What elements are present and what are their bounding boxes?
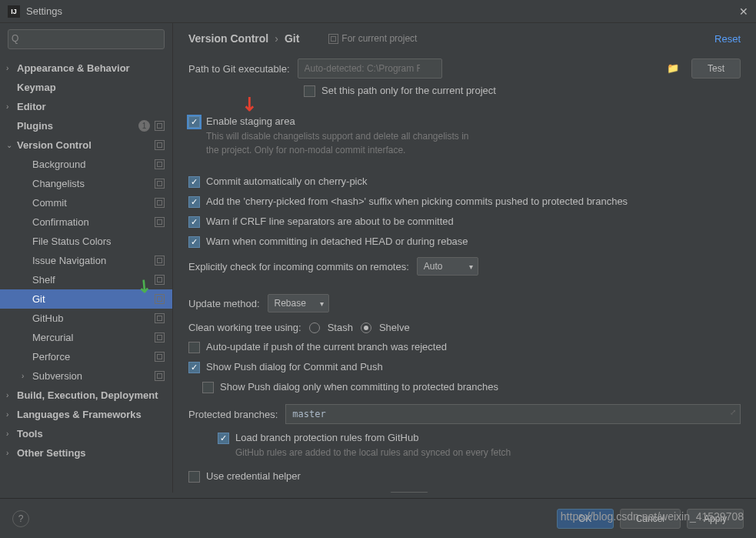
sidebar-item-build-execution-deployment[interactable]: ›Build, Execution, Deployment [0,386,172,405]
set-path-proj-checkbox[interactable] [304,85,315,97]
sidebar-item-label: Version Control [17,139,155,151]
cancel-button[interactable]: Cancel [620,509,681,529]
enable-staging-checkbox[interactable] [188,116,200,128]
project-icon [155,198,165,208]
project-icon [155,179,165,189]
sidebar-item-label: Shelf [32,274,155,286]
sidebar-item-version-control[interactable]: ⌄Version Control [0,135,172,155]
project-icon [155,256,165,266]
auto-cherry-checkbox[interactable] [188,176,200,188]
cred-helper-checkbox[interactable] [188,471,200,483]
sidebar-item-languages-frameworks[interactable]: ›Languages & Frameworks [0,405,172,424]
show-push-label: Show Push dialog for Commit and Push [206,361,383,373]
warn-crlf-label: Warn if CRLF line separators are about t… [206,216,454,227]
sidebar-item-tools[interactable]: ›Tools [0,424,172,443]
sidebar-item-plugins[interactable]: Plugins1 [0,116,172,135]
sidebar-item-label: Mercurial [32,332,155,343]
clean-tree-label: Clean working tree using: [188,322,301,333]
sidebar-item-mercurial[interactable]: Mercurial [0,328,172,347]
chevron-icon: › [6,449,17,457]
sidebar-item-label: Confirmation [32,216,155,228]
update-method-select[interactable]: Rebase [268,294,329,312]
sidebar-item-other-settings[interactable]: ›Other Settings [0,443,172,463]
close-icon[interactable]: ✕ [739,5,748,18]
chevron-icon: › [6,429,17,438]
set-path-proj-label: Set this path only for the current proje… [321,85,496,96]
shelve-label: Shelve [379,322,410,333]
apply-button[interactable]: Apply [687,509,744,529]
project-icon [155,294,165,304]
sidebar-item-label: Appearance & Behavior [17,62,165,74]
project-icon [155,313,165,323]
reset-link[interactable]: Reset [714,33,741,45]
sidebar-item-background[interactable]: Background [0,155,172,174]
sidebar-item-perforce[interactable]: Perforce [0,347,172,366]
help-button[interactable]: ? [12,510,29,527]
github-hint: GitHub rules are added to the local rule… [235,446,511,459]
stash-label: Stash [328,322,353,333]
sidebar-item-changelists[interactable]: Changelists [0,174,172,193]
load-github-label: Load branch protection rules from GitHub [235,432,418,443]
sidebar-item-label: Keymap [17,82,165,93]
sidebar-item-commit[interactable]: Commit [0,193,172,212]
git-path-input[interactable] [298,58,442,79]
search-input[interactable] [8,29,165,49]
sidebar-item-editor[interactable]: ›Editor [0,97,172,116]
sidebar-item-git[interactable]: Git [0,289,172,309]
load-github-checkbox[interactable] [218,433,229,444]
project-icon [155,217,165,227]
shelve-radio[interactable] [361,322,371,333]
warn-crlf-checkbox[interactable] [188,216,200,228]
project-icon [155,159,165,169]
protected-branches-label: Protected branches: [188,409,278,420]
path-label: Path to Git executable: [188,63,290,75]
sidebar-item-appearance-behavior[interactable]: ›Appearance & Behavior [0,58,172,78]
stash-radio[interactable] [309,322,320,333]
ok-button[interactable]: OK [557,509,614,529]
project-icon [155,352,165,362]
project-icon [155,371,165,381]
sidebar-item-github[interactable]: GitHub [0,309,172,328]
project-icon [155,332,165,343]
warn-detached-checkbox[interactable] [188,236,200,248]
sidebar-item-shelf[interactable]: Shelf [0,270,172,289]
cred-helper-label: Use credential helper [206,470,301,482]
show-push-checkbox[interactable] [188,362,200,373]
add-suffix-checkbox[interactable] [188,196,200,208]
auto-update-push-checkbox[interactable] [188,342,200,353]
warn-detached-label: Warn when committing in detached HEAD or… [206,236,468,247]
titlebar: IJ Settings ✕ [0,0,756,23]
sidebar-item-issue-navigation[interactable]: Issue Navigation [0,251,172,270]
footer: ? OK Cancel Apply [0,498,756,538]
project-scope-note: For current project [328,33,417,44]
sidebar-item-label: Tools [17,428,165,439]
explicit-check-select[interactable]: Auto [417,257,478,276]
sidebar-item-subversion[interactable]: ›Subversion [0,366,172,386]
add-suffix-label: Add the 'cherry-picked from <hash>' suff… [206,195,628,207]
sidebar-item-label: File Status Colors [32,236,165,247]
sidebar-item-label: Languages & Frameworks [17,409,165,420]
breadcrumb: Version Control › Git For current projec… [188,32,741,45]
chevron-icon: › [6,102,17,111]
protected-branches-input[interactable] [285,404,741,424]
sidebar-item-label: Other Settings [17,447,165,459]
sidebar-item-label: Editor [17,101,165,112]
auto-cherry-label: Commit automatically on cherry-pick [206,175,368,187]
folder-icon[interactable]: 📁 [667,62,679,74]
project-icon [155,121,165,131]
expand-icon[interactable]: ⤢ [730,408,736,416]
staging-hint: This will disable changelists support an… [206,129,469,157]
show-push-protected-checkbox[interactable] [202,382,214,393]
badge: 1 [138,120,150,132]
sidebar-item-label: Plugins [17,120,138,132]
sidebar-item-confirmation[interactable]: Confirmation [0,212,172,232]
sidebar-item-file-status-colors[interactable]: File Status Colors [0,232,172,251]
chevron-icon: › [6,410,17,419]
filter-paths-select[interactable]: All [390,492,428,493]
explicit-check-label: Explicitly check for incoming commits on… [188,261,409,272]
sidebar: Q ›Appearance & BehaviorKeymap›EditorPlu… [0,23,173,493]
project-icon [155,275,165,285]
chevron-icon: › [6,64,17,72]
sidebar-item-keymap[interactable]: Keymap [0,78,172,97]
test-button[interactable]: Test [691,58,741,79]
